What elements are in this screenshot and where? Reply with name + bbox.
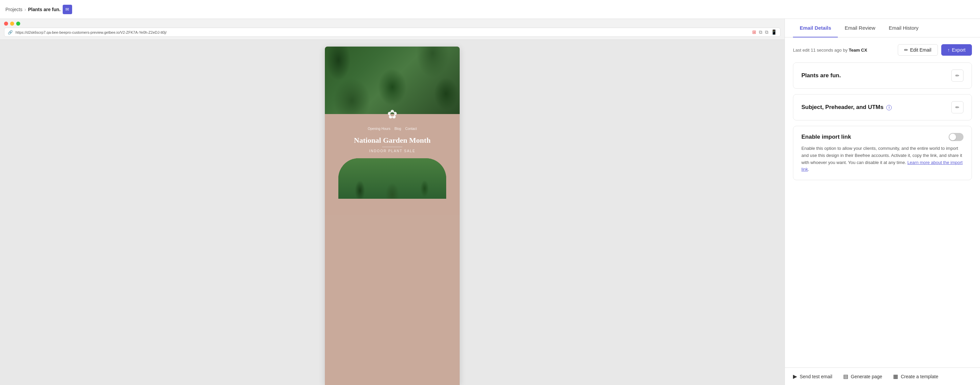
sidebar-content: Last edit 11 seconds ago by Team CX ✏ Ed… — [785, 37, 980, 367]
export-label: Export — [952, 47, 966, 53]
dot-yellow[interactable] — [10, 22, 14, 26]
import-title: Enable import link — [802, 134, 851, 141]
subject-title: Subject, Preheader, and UTMs i — [802, 104, 892, 111]
tab-email-review[interactable]: Email Review — [838, 19, 882, 37]
breadcrumb: Projects › Plants are fun. ✉ — [5, 5, 72, 14]
nav-opening-hours[interactable]: Opening Hours — [368, 127, 390, 131]
toggle-knob — [949, 134, 956, 141]
top-bar: Projects › Plants are fun. ✉ — [0, 0, 980, 19]
action-buttons: ✏ Edit Email ↑ Export — [898, 44, 972, 56]
bottom-actions: ▶ Send test email ▤ Generate page ▦ Crea… — [785, 367, 980, 385]
email-nav: Opening Hours Blog Contact — [368, 127, 417, 131]
create-template-action[interactable]: ▦ Create a template — [893, 373, 938, 380]
email-icon-badge: ✉ — [63, 5, 72, 14]
import-toggle[interactable] — [949, 133, 964, 141]
last-edit-text: Last edit 11 seconds ago by Team CX — [793, 48, 867, 53]
main-layout: 🔗 https://d2sk6scrp7.qa-bee-beepro-custo… — [0, 19, 980, 385]
link-icon: 🔗 — [8, 30, 13, 35]
create-template-icon: ▦ — [893, 373, 898, 380]
address-bar: 🔗 https://d2sk6scrp7.qa-bee-beepro-custo… — [4, 28, 781, 37]
tab-email-history[interactable]: Email History — [882, 19, 925, 37]
subject-card: Subject, Preheader, and UTMs i ✏ — [793, 94, 972, 120]
send-test-label: Send test email — [800, 374, 832, 379]
plants-inner — [338, 158, 446, 199]
create-template-label: Create a template — [901, 374, 938, 379]
preview-panel: 🔗 https://d2sk6scrp7.qa-bee-beepro-custo… — [0, 19, 784, 385]
info-icon[interactable]: i — [886, 105, 892, 110]
email-subtitle: INDOOR PLANT SALE — [354, 149, 430, 153]
address-bar-actions: ⊞ ⧉ ⧉ 📱 — [752, 29, 777, 35]
tab-email-details[interactable]: Email Details — [793, 19, 838, 37]
breadcrumb-parent[interactable]: Projects — [5, 7, 22, 12]
send-test-email-action[interactable]: ▶ Send test email — [793, 373, 832, 380]
email-header-image — [325, 46, 460, 114]
email-arch-section: ✿ Opening Hours Blog Contact National Ga… — [325, 114, 460, 215]
pencil-icon: ✏ — [904, 47, 908, 53]
edit-email-name-button[interactable]: ✏ — [951, 70, 964, 81]
edit-email-label: Edit Email — [910, 47, 931, 53]
email-name-card: Plants are fun. ✏ — [793, 62, 972, 89]
nav-contact[interactable]: Contact — [405, 127, 417, 131]
sidebar: Email Details Email Review Email History… — [784, 19, 980, 385]
email-frame: ✿ Opening Hours Blog Contact National Ga… — [325, 46, 460, 385]
breadcrumb-current: Plants are fun. — [28, 7, 60, 12]
import-link-card: Enable import link Enable this option to… — [793, 126, 972, 180]
last-edit-bar: Last edit 11 seconds ago by Team CX ✏ Ed… — [793, 44, 972, 56]
last-edit-author: Team CX — [849, 48, 867, 53]
sidebar-tabs: Email Details Email Review Email History — [785, 19, 980, 37]
dot-green[interactable] — [16, 22, 20, 26]
email-main-title: National Garden Month — [354, 136, 430, 145]
edit-email-button[interactable]: ✏ Edit Email — [898, 44, 938, 56]
grid-icon[interactable]: ⊞ — [752, 29, 756, 35]
import-description: Enable this option to allow your clients… — [802, 145, 964, 173]
export-button[interactable]: ↑ Export — [941, 44, 972, 56]
generate-page-action[interactable]: ▤ Generate page — [843, 373, 882, 380]
edit-subject-button[interactable]: ✏ — [951, 101, 964, 113]
nav-blog[interactable]: Blog — [394, 127, 401, 131]
copy-icon[interactable]: ⧉ — [765, 29, 768, 35]
address-url: https://d2sk6scrp7.qa-bee-beepro-custome… — [16, 30, 167, 34]
email-name-title: Plants are fun. — [802, 72, 841, 79]
last-edit-prefix: Last edit 11 seconds ago by — [793, 48, 849, 53]
preview-content: ✿ Opening Hours Blog Contact National Ga… — [0, 40, 784, 385]
browser-dots — [4, 22, 781, 26]
import-header: Enable import link — [802, 133, 964, 141]
email-title-section: National Garden Month INDOOR PLANT SALE — [348, 136, 436, 153]
mobile-icon[interactable]: 📱 — [771, 29, 777, 35]
external-link-icon[interactable]: ⧉ — [759, 29, 762, 35]
generate-page-icon: ▤ — [843, 373, 848, 380]
leaf-background — [325, 46, 460, 114]
breadcrumb-separator: › — [25, 7, 26, 12]
title-divider — [382, 147, 402, 147]
generate-page-label: Generate page — [851, 374, 882, 379]
email-plants-image — [338, 158, 446, 199]
export-icon: ↑ — [948, 47, 950, 53]
browser-chrome: 🔗 https://d2sk6scrp7.qa-bee-beepro-custo… — [0, 19, 784, 40]
flower-icon: ✿ — [387, 107, 397, 121]
send-test-icon: ▶ — [793, 373, 797, 380]
dot-red[interactable] — [4, 22, 8, 26]
